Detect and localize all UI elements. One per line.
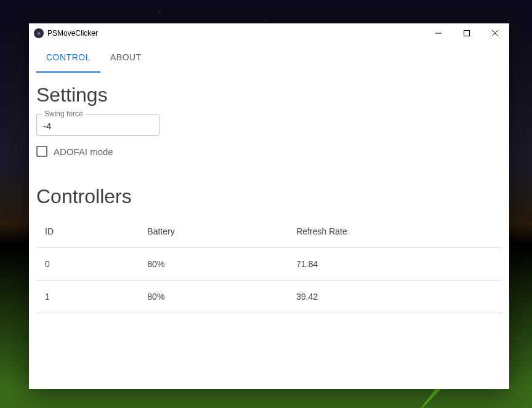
col-refresh: Refresh Rate <box>288 215 502 248</box>
svg-rect-0 <box>464 31 470 36</box>
adofai-checkbox[interactable] <box>36 146 47 157</box>
window-title: PSMoveClicker <box>47 29 98 38</box>
cell-refresh: 39.42 <box>288 281 502 313</box>
swing-force-field[interactable]: Swing force <box>36 114 159 136</box>
window-controls <box>424 23 509 43</box>
app-icon: ✶ <box>34 28 44 38</box>
table-header-row: ID Battery Refresh Rate <box>36 215 502 248</box>
col-battery: Battery <box>139 215 288 248</box>
table-row: 0 80% 71.84 <box>36 248 502 281</box>
titlebar[interactable]: ✶ PSMoveClicker <box>29 23 509 43</box>
cell-battery: 80% <box>139 248 288 281</box>
controllers-heading: Controllers <box>36 185 502 208</box>
minimize-button[interactable] <box>424 23 453 43</box>
cell-refresh: 71.84 <box>288 248 502 281</box>
col-id: ID <box>36 215 139 248</box>
cell-id: 1 <box>36 281 139 313</box>
cell-battery: 80% <box>139 281 288 313</box>
swing-force-label: Swing force <box>42 110 86 118</box>
tab-control[interactable]: CONTROL <box>36 43 100 73</box>
controllers-table: ID Battery Refresh Rate 0 80% 71.84 1 80… <box>36 215 502 313</box>
table-row: 1 80% 39.42 <box>36 281 502 313</box>
close-button[interactable] <box>481 23 509 43</box>
adofai-label: ADOFAI mode <box>54 146 113 157</box>
adofai-mode-row: ADOFAI mode <box>36 146 502 157</box>
swing-force-input[interactable] <box>43 121 153 131</box>
app-window: ✶ PSMoveClicker CONTROL ABOUT Settings S… <box>29 23 509 389</box>
tab-about[interactable]: ABOUT <box>100 43 151 73</box>
settings-heading: Settings <box>36 84 502 106</box>
maximize-button[interactable] <box>453 23 481 43</box>
window-content: CONTROL ABOUT Settings Swing force ADOFA… <box>29 43 509 389</box>
cell-id: 0 <box>36 248 139 281</box>
tab-bar: CONTROL ABOUT <box>36 43 502 73</box>
